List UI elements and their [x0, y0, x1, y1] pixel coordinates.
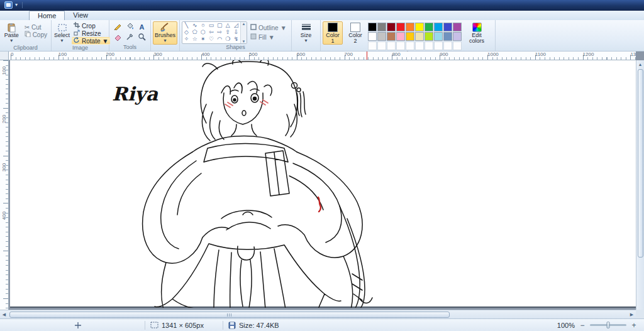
- paste-button[interactable]: Paste ▼: [2, 21, 21, 45]
- shape-outline-button[interactable]: Outline ▼: [248, 24, 289, 31]
- copy-button[interactable]: Copy: [23, 31, 49, 38]
- shape-curve[interactable]: ∿: [191, 22, 199, 29]
- quick-access-dropdown-icon[interactable]: ▾: [15, 3, 18, 8]
- shape-hexagon[interactable]: ⬡: [199, 29, 207, 36]
- ruler-corner: [0, 52, 9, 60]
- palette-empty-28[interactable]: [443, 41, 452, 50]
- magnifier-tool-button[interactable]: [136, 32, 148, 43]
- shape-lightning[interactable]: ↯: [232, 36, 240, 43]
- palette-swatch-13[interactable]: [396, 32, 405, 41]
- palette-empty-26[interactable]: [425, 41, 433, 50]
- palette-empty-22[interactable]: [387, 41, 396, 50]
- palette-swatch-4[interactable]: [406, 23, 414, 31]
- select-button[interactable]: Select ▼: [53, 21, 70, 45]
- palette-swatch-10[interactable]: [368, 32, 377, 41]
- palette-swatch-19[interactable]: [453, 32, 462, 41]
- crop-button[interactable]: Crop: [72, 22, 110, 30]
- rotate-button[interactable]: Rotate ▼: [72, 37, 110, 45]
- palette-swatch-0[interactable]: [368, 23, 377, 31]
- tab-view[interactable]: View: [65, 11, 96, 20]
- pencil-icon: [114, 21, 122, 33]
- horizontal-scroll-thumb[interactable]: [9, 312, 450, 318]
- shape-diamond[interactable]: ◇: [182, 29, 191, 36]
- shape-five-point-star[interactable]: ☆: [191, 36, 199, 43]
- select-dropdown-icon: ▼: [60, 38, 64, 43]
- palette-swatch-5[interactable]: [415, 23, 424, 31]
- palette-swatch-1[interactable]: [377, 23, 386, 31]
- disk-icon: [228, 322, 236, 329]
- vertical-scroll-thumb[interactable]: [638, 69, 643, 258]
- shape-down-arrow[interactable]: ⇩: [232, 29, 240, 36]
- shape-rounded-callout[interactable]: ◠: [216, 36, 224, 43]
- group-tools: A Tools: [109, 20, 151, 51]
- palette-swatch-15[interactable]: [415, 32, 424, 41]
- zoom-slider-thumb[interactable]: [607, 322, 610, 328]
- palette-swatch-16[interactable]: [425, 32, 433, 41]
- horizontal-scrollbar[interactable]: ◀ ▶: [0, 310, 636, 318]
- shapes-gallery-scrollbar[interactable]: ▲ ▼: [240, 22, 247, 43]
- palette-swatch-17[interactable]: [434, 32, 443, 41]
- shapes-scroll-down-icon[interactable]: ▼: [242, 40, 246, 43]
- zoom-slider[interactable]: [590, 324, 626, 326]
- palette-swatch-14[interactable]: [406, 32, 414, 41]
- palette-swatch-7[interactable]: [434, 23, 443, 31]
- color1-swatch: [328, 23, 338, 32]
- zoom-out-button[interactable]: −: [579, 321, 586, 330]
- eyedropper-icon: [126, 32, 134, 43]
- paint-canvas[interactable]: Riya: [10, 60, 636, 308]
- shape-line[interactable]: ╲: [182, 22, 191, 29]
- zoom-in-button[interactable]: +: [630, 321, 638, 330]
- palette-empty-29[interactable]: [453, 41, 462, 50]
- color-picker-tool-button[interactable]: [124, 32, 136, 43]
- palette-swatch-18[interactable]: [443, 32, 452, 41]
- palette-swatch-12[interactable]: [387, 32, 396, 41]
- h-ruler-label: 1000: [487, 52, 499, 57]
- palette-swatch-6[interactable]: [425, 23, 433, 31]
- size-button[interactable]: Size ▼: [294, 21, 318, 45]
- shape-pentagon[interactable]: ⬠: [191, 29, 199, 36]
- shape-rounded-rectangle[interactable]: ▢: [216, 22, 224, 29]
- tab-home[interactable]: Home: [29, 11, 65, 20]
- scroll-left-icon[interactable]: ◀: [0, 310, 8, 318]
- shape-up-arrow[interactable]: ⇧: [224, 29, 232, 36]
- color1-button[interactable]: Color 1: [323, 21, 343, 45]
- fill-tool-button[interactable]: [124, 21, 136, 32]
- crosshair-icon: [74, 322, 82, 329]
- resize-button[interactable]: Resize: [72, 30, 110, 37]
- palette-empty-27[interactable]: [434, 41, 443, 50]
- paint-app-icon[interactable]: [4, 1, 13, 9]
- shape-six-point-star[interactable]: ✶: [199, 36, 207, 43]
- edit-colors-button[interactable]: Edit colors: [464, 21, 489, 45]
- palette-swatch-8[interactable]: [443, 23, 452, 31]
- palette-empty-21[interactable]: [377, 41, 386, 50]
- brushes-button[interactable]: Brushes ▼: [153, 21, 177, 45]
- palette-swatch-2[interactable]: [387, 23, 396, 31]
- palette-empty-25[interactable]: [415, 41, 424, 50]
- palette-swatch-11[interactable]: [377, 32, 386, 41]
- shape-left-arrow[interactable]: ⇦: [207, 29, 215, 36]
- text-tool-button[interactable]: A: [136, 21, 148, 32]
- shape-oval-callout[interactable]: ❍: [224, 36, 232, 43]
- shape-four-point-star[interactable]: ✧: [182, 36, 191, 43]
- shape-triangle[interactable]: △: [224, 22, 232, 29]
- scroll-right-icon[interactable]: ▶: [628, 310, 636, 318]
- palette-swatch-3[interactable]: [396, 23, 405, 31]
- vertical-scrollbar[interactable]: ▲ ▼: [636, 60, 644, 318]
- palette-empty-23[interactable]: [396, 41, 405, 50]
- shape-rectangle[interactable]: ▭: [207, 22, 215, 29]
- pencil-tool-button[interactable]: [112, 21, 124, 32]
- shape-oval[interactable]: ○: [199, 22, 207, 29]
- palette-empty-20[interactable]: [368, 41, 377, 50]
- palette-swatch-9[interactable]: [453, 23, 462, 31]
- drawing-canvas[interactable]: Riya: [10, 60, 636, 308]
- cut-button[interactable]: ✂ Cut: [23, 23, 49, 31]
- shape-right-triangle[interactable]: ◿: [232, 22, 240, 29]
- scroll-up-icon[interactable]: ▲: [636, 60, 644, 68]
- color2-button[interactable]: Color 2: [345, 21, 365, 45]
- shape-right-arrow[interactable]: ⇨: [216, 29, 224, 36]
- shapes-scroll-up-icon[interactable]: ▲: [242, 22, 246, 26]
- shape-heart[interactable]: ♡: [207, 36, 215, 43]
- palette-empty-24[interactable]: [406, 41, 414, 50]
- eraser-tool-button[interactable]: [112, 32, 124, 43]
- shape-fill-button[interactable]: Fill ▼: [248, 33, 289, 41]
